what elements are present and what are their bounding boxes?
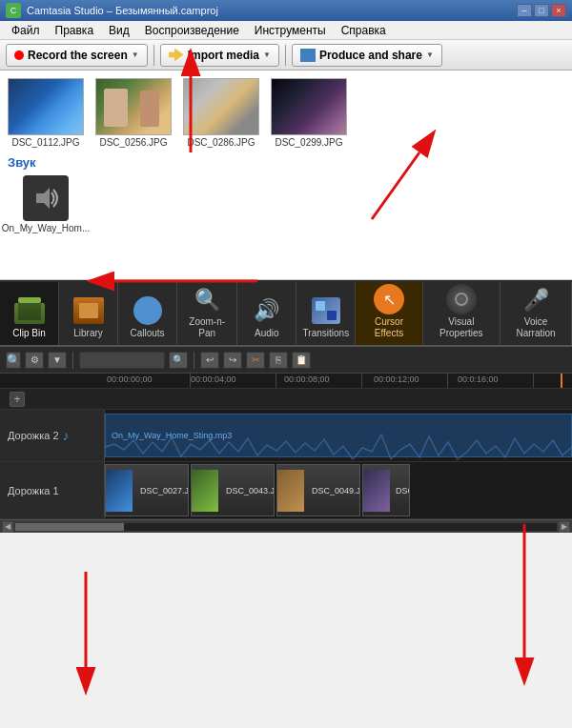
transitions-icon: [311, 295, 341, 326]
tl-settings-button[interactable]: ⚙: [25, 352, 44, 369]
track-2-label: Дорожка 2: [8, 430, 59, 441]
minimize-button[interactable]: –: [517, 4, 532, 17]
thumb-label-4: DSC_0299.JPG: [275, 137, 342, 148]
title-bar: C Camtasia Studio – Безымянный.camproj –…: [0, 0, 572, 21]
produce-label: Produce and share: [319, 49, 422, 62]
thumb-label-2: DSC_0256.JPG: [99, 137, 167, 148]
scroll-track[interactable]: [15, 523, 557, 531]
menu-edit[interactable]: Правка: [48, 22, 102, 39]
tab-audio[interactable]: 🔊 Audio: [237, 282, 296, 345]
timeline-playhead: [561, 374, 562, 388]
track-2-music-icon: ♪: [63, 428, 70, 443]
record-dropdown-icon: ▼: [132, 51, 139, 59]
toolbar: Record the screen ▼ Import media ▼ Produ…: [0, 40, 572, 71]
produce-button[interactable]: Produce and share ▼: [292, 44, 442, 67]
timeline-controls: 🔍 ⚙ ▼ 🔍 ↩ ↪ ✂ ⎘ 📋: [0, 347, 572, 374]
menu-file[interactable]: Файл: [4, 22, 48, 39]
video-clip-label-1: DSC_0027.JPC: [136, 486, 189, 495]
tab-cursor-effects[interactable]: ↖ Cursor Effects: [356, 282, 422, 345]
video-clip-label-3: DSC_0049.JPC: [308, 486, 360, 495]
tab-transitions[interactable]: Transitions: [296, 282, 356, 345]
voice-narration-icon: 🎤: [521, 286, 551, 314]
tabs-area: Clip Bin Library Callouts 🔍 Zoom-n-Pan 🔊…: [0, 280, 572, 347]
menu-help[interactable]: Справка: [334, 22, 394, 39]
app-icon: C: [6, 3, 21, 18]
track-1-row: Дорожка 1 DSC_0027.JPC DSC_0043.JPC DSC_…: [0, 462, 572, 519]
cursor-effects-icon: ↖: [374, 284, 404, 314]
menu-tools[interactable]: Инструменты: [247, 22, 334, 39]
produce-icon: [300, 49, 316, 62]
close-button[interactable]: ×: [551, 4, 566, 17]
thumb-image-2: [95, 78, 172, 135]
thumb-label-1: DSC_0112.JPG: [11, 137, 79, 148]
add-track-button[interactable]: +: [10, 392, 25, 407]
tl-redo-btn[interactable]: ↪: [223, 352, 242, 369]
thumb-image-4: [271, 78, 347, 135]
video-clip-3[interactable]: DSC_0049.JPC: [276, 464, 360, 516]
window-title: Camtasia Studio – Безымянный.camproj: [27, 5, 517, 16]
track-2-content: On_My_Way_Home_Sting.mp3: [105, 410, 572, 461]
timeline-ruler: 00:00:00;00 00:00:04;00 00:00:08;00 00:0…: [0, 374, 572, 389]
menu-view[interactable]: Вид: [101, 22, 137, 39]
app-scrollbar: ◀ ▶: [0, 519, 572, 533]
video-clip-label-2: DSC_0043.JPC: [222, 486, 275, 495]
tab-visual-properties[interactable]: Visual Properties: [423, 282, 500, 345]
media-item-1[interactable]: DSC_0112.JPG: [8, 78, 84, 148]
clip-bin-icon: [14, 295, 45, 326]
speaker-svg: [31, 183, 61, 213]
media-item-4[interactable]: DSC_0299.JPG: [271, 78, 347, 148]
tl-dropdown-button[interactable]: ▼: [48, 352, 67, 369]
callouts-icon: [133, 295, 163, 326]
svg-marker-0: [36, 188, 50, 209]
toolbar-sep-1: [153, 45, 154, 66]
restore-button[interactable]: □: [534, 4, 549, 17]
tl-search-input[interactable]: [79, 352, 165, 369]
visual-properties-icon: [446, 284, 477, 314]
track-2-row: Дорожка 2 ♪ On_My_Way_Home_Sting.mp3: [0, 410, 572, 462]
track-1-header: Дорожка 1: [0, 462, 105, 518]
tab-clip-bin[interactable]: Clip Bin: [0, 282, 59, 345]
record-button[interactable]: Record the screen ▼: [6, 44, 148, 67]
media-area: DSC_0112.JPG DSC_0256.JPG DSC_0286.JPG D…: [0, 71, 572, 280]
video-clip-2[interactable]: DSC_0043.JPC: [191, 464, 275, 516]
waveform-svg: [105, 433, 572, 461]
tl-paste-btn[interactable]: 📋: [292, 352, 311, 369]
image-section: DSC_0112.JPG DSC_0256.JPG DSC_0286.JPG D…: [8, 78, 564, 148]
tab-zoom-n-pan-label: Zoom-n-Pan: [183, 316, 231, 339]
video-clip-label-4: DSC_...: [392, 486, 410, 495]
tab-zoom-n-pan[interactable]: 🔍 Zoom-n-Pan: [177, 282, 237, 345]
sound-item-label: On_My_Way_Hom...: [2, 223, 90, 233]
tab-callouts[interactable]: Callouts: [118, 282, 177, 345]
import-button[interactable]: Import media ▼: [160, 44, 279, 67]
import-label: Import media: [188, 49, 259, 62]
tab-library[interactable]: Library: [59, 282, 118, 345]
tab-voice-narration[interactable]: 🎤 Voice Narration: [500, 282, 572, 345]
sound-item-1[interactable]: On_My_Way_Hom...: [8, 175, 84, 233]
media-item-3[interactable]: DSC_0286.JPG: [183, 78, 259, 148]
thumb-image-3: [183, 78, 259, 135]
tl-cut-btn[interactable]: ✂: [246, 352, 265, 369]
video-clip-1[interactable]: DSC_0027.JPC: [105, 464, 189, 516]
audio-icon: 🔊: [252, 295, 282, 326]
library-icon: [73, 295, 104, 326]
tl-sep-2: [194, 352, 194, 369]
tl-copy-btn[interactable]: ⎘: [269, 352, 288, 369]
tab-transitions-label: Transitions: [303, 328, 350, 339]
scroll-right-btn[interactable]: ▶: [559, 521, 570, 533]
scroll-thumb: [15, 523, 124, 531]
import-icon: [169, 49, 184, 62]
tl-search-icon: 🔍: [6, 352, 21, 369]
thumb-label-3: DSC_0286.JPG: [187, 137, 255, 148]
media-item-2[interactable]: DSC_0256.JPG: [95, 78, 172, 148]
toolbar-sep-2: [285, 45, 286, 66]
video-clip-4[interactable]: DSC_...: [362, 464, 410, 516]
tl-sep-1: [72, 352, 73, 369]
tl-search-btn[interactable]: 🔍: [169, 352, 188, 369]
sound-section: Звук On_My_Way_Hom...: [8, 155, 564, 233]
track-1-content: DSC_0027.JPC DSC_0043.JPC DSC_0049.JPC D…: [105, 462, 572, 518]
tab-cursor-effects-label: Cursor Effects: [361, 316, 416, 339]
menu-playback[interactable]: Воспроизведение: [137, 22, 247, 39]
thumb-image-1: [8, 78, 84, 135]
tl-undo-btn[interactable]: ↩: [200, 352, 219, 369]
scroll-left-btn[interactable]: ◀: [2, 521, 13, 533]
